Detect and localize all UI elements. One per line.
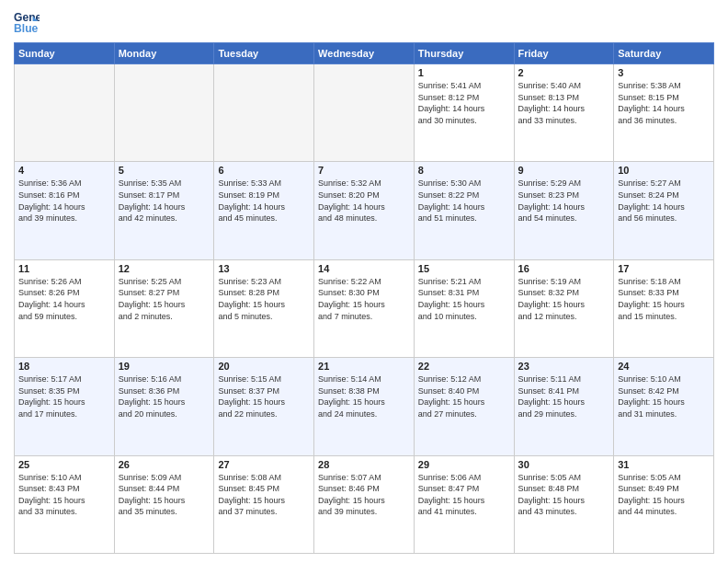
calendar-cell: 17Sunrise: 5:18 AMSunset: 8:33 PMDayligh… [614, 259, 714, 357]
day-info: Sunrise: 5:10 AMSunset: 8:43 PMDaylight:… [18, 472, 110, 518]
day-number: 30 [518, 459, 610, 470]
calendar-cell: 9Sunrise: 5:29 AMSunset: 8:23 PMDaylight… [514, 162, 614, 259]
day-info: Sunrise: 5:05 AMSunset: 8:48 PMDaylight:… [518, 472, 610, 518]
day-info: Sunrise: 5:21 AMSunset: 8:31 PMDaylight:… [418, 276, 510, 322]
calendar-cell: 10Sunrise: 5:27 AMSunset: 8:24 PMDayligh… [614, 162, 714, 259]
day-number: 23 [518, 361, 610, 372]
calendar-cell: 22Sunrise: 5:12 AMSunset: 8:40 PMDayligh… [414, 358, 514, 455]
day-number: 9 [518, 165, 610, 176]
day-info: Sunrise: 5:18 AMSunset: 8:33 PMDaylight:… [618, 276, 710, 322]
calendar-cell: 19Sunrise: 5:16 AMSunset: 8:36 PMDayligh… [114, 358, 214, 455]
day-info: Sunrise: 5:16 AMSunset: 8:36 PMDaylight:… [119, 373, 210, 419]
day-info: Sunrise: 5:25 AMSunset: 8:27 PMDaylight:… [119, 276, 210, 322]
calendar-cell: 21Sunrise: 5:14 AMSunset: 8:38 PMDayligh… [314, 358, 415, 455]
day-number: 4 [18, 165, 110, 176]
logo: General Blue [14, 9, 40, 35]
day-info: Sunrise: 5:29 AMSunset: 8:23 PMDaylight:… [518, 178, 610, 224]
calendar-cell: 6Sunrise: 5:33 AMSunset: 8:19 PMDaylight… [214, 162, 314, 259]
day-number: 5 [119, 165, 210, 176]
day-number: 20 [218, 361, 310, 372]
day-number: 25 [18, 459, 110, 470]
day-info: Sunrise: 5:08 AMSunset: 8:45 PMDaylight:… [218, 472, 310, 518]
day-number: 19 [119, 361, 210, 372]
day-number: 26 [119, 459, 210, 470]
calendar-cell: 23Sunrise: 5:11 AMSunset: 8:41 PMDayligh… [514, 358, 614, 455]
calendar-cell: 30Sunrise: 5:05 AMSunset: 8:48 PMDayligh… [514, 455, 614, 553]
day-info: Sunrise: 5:33 AMSunset: 8:19 PMDaylight:… [218, 178, 310, 224]
calendar-cell: 15Sunrise: 5:21 AMSunset: 8:31 PMDayligh… [414, 259, 514, 357]
calendar-cell: 12Sunrise: 5:25 AMSunset: 8:27 PMDayligh… [114, 259, 214, 357]
day-info: Sunrise: 5:05 AMSunset: 8:49 PMDaylight:… [618, 472, 710, 518]
day-number: 22 [418, 361, 510, 372]
calendar-cell: 27Sunrise: 5:08 AMSunset: 8:45 PMDayligh… [214, 455, 314, 553]
day-header: Friday [514, 43, 614, 64]
day-info: Sunrise: 5:07 AMSunset: 8:46 PMDaylight:… [318, 472, 410, 518]
calendar-cell: 31Sunrise: 5:05 AMSunset: 8:49 PMDayligh… [614, 455, 714, 553]
calendar-cell: 26Sunrise: 5:09 AMSunset: 8:44 PMDayligh… [114, 455, 214, 553]
day-number: 3 [618, 67, 710, 78]
calendar-cell: 24Sunrise: 5:10 AMSunset: 8:42 PMDayligh… [614, 358, 714, 455]
day-number: 1 [418, 67, 510, 78]
day-header: Thursday [414, 43, 514, 64]
day-number: 8 [418, 165, 510, 176]
day-info: Sunrise: 5:06 AMSunset: 8:47 PMDaylight:… [418, 472, 510, 518]
calendar-cell: 28Sunrise: 5:07 AMSunset: 8:46 PMDayligh… [314, 455, 415, 553]
day-info: Sunrise: 5:22 AMSunset: 8:30 PMDaylight:… [318, 276, 410, 322]
day-number: 17 [618, 263, 710, 274]
day-number: 31 [618, 459, 710, 470]
calendar-cell: 7Sunrise: 5:32 AMSunset: 8:20 PMDaylight… [314, 162, 415, 259]
calendar-cell: 8Sunrise: 5:30 AMSunset: 8:22 PMDaylight… [414, 162, 514, 259]
day-info: Sunrise: 5:26 AMSunset: 8:26 PMDaylight:… [18, 276, 110, 322]
day-number: 21 [318, 361, 410, 372]
calendar-cell: 16Sunrise: 5:19 AMSunset: 8:32 PMDayligh… [514, 259, 614, 357]
day-info: Sunrise: 5:10 AMSunset: 8:42 PMDaylight:… [618, 373, 710, 419]
day-number: 18 [18, 361, 110, 372]
calendar-cell: 29Sunrise: 5:06 AMSunset: 8:47 PMDayligh… [414, 455, 514, 553]
calendar-cell: 18Sunrise: 5:17 AMSunset: 8:35 PMDayligh… [15, 358, 115, 455]
calendar-cell: 4Sunrise: 5:36 AMSunset: 8:16 PMDaylight… [15, 162, 115, 259]
day-header: Monday [114, 43, 214, 64]
calendar-cell [15, 64, 115, 162]
calendar-cell: 11Sunrise: 5:26 AMSunset: 8:26 PMDayligh… [15, 259, 115, 357]
calendar-week-row: 11Sunrise: 5:26 AMSunset: 8:26 PMDayligh… [15, 259, 714, 357]
day-info: Sunrise: 5:23 AMSunset: 8:28 PMDaylight:… [218, 276, 310, 322]
day-info: Sunrise: 5:11 AMSunset: 8:41 PMDaylight:… [518, 373, 610, 419]
day-number: 7 [318, 165, 410, 176]
calendar-cell: 1Sunrise: 5:41 AMSunset: 8:12 PMDaylight… [414, 64, 514, 162]
day-number: 2 [518, 67, 610, 78]
calendar-cell: 5Sunrise: 5:35 AMSunset: 8:17 PMDaylight… [114, 162, 214, 259]
day-number: 15 [418, 263, 510, 274]
day-info: Sunrise: 5:35 AMSunset: 8:17 PMDaylight:… [119, 178, 210, 224]
day-number: 14 [318, 263, 410, 274]
day-header: Wednesday [314, 43, 415, 64]
day-info: Sunrise: 5:19 AMSunset: 8:32 PMDaylight:… [518, 276, 610, 322]
day-info: Sunrise: 5:09 AMSunset: 8:44 PMDaylight:… [119, 472, 210, 518]
svg-text:Blue: Blue [14, 22, 39, 35]
day-info: Sunrise: 5:32 AMSunset: 8:20 PMDaylight:… [318, 178, 410, 224]
day-header: Sunday [15, 43, 115, 64]
calendar: SundayMondayTuesdayWednesdayThursdayFrid… [14, 42, 714, 554]
calendar-header-row: SundayMondayTuesdayWednesdayThursdayFrid… [15, 43, 714, 64]
calendar-body: 1Sunrise: 5:41 AMSunset: 8:12 PMDaylight… [15, 64, 714, 554]
day-info: Sunrise: 5:41 AMSunset: 8:12 PMDaylight:… [418, 80, 510, 126]
calendar-cell [214, 64, 314, 162]
calendar-week-row: 4Sunrise: 5:36 AMSunset: 8:16 PMDaylight… [15, 162, 714, 259]
calendar-cell: 14Sunrise: 5:22 AMSunset: 8:30 PMDayligh… [314, 259, 415, 357]
day-info: Sunrise: 5:36 AMSunset: 8:16 PMDaylight:… [18, 178, 110, 224]
day-number: 27 [218, 459, 310, 470]
day-number: 13 [218, 263, 310, 274]
calendar-cell: 20Sunrise: 5:15 AMSunset: 8:37 PMDayligh… [214, 358, 314, 455]
day-info: Sunrise: 5:40 AMSunset: 8:13 PMDaylight:… [518, 80, 610, 126]
day-number: 12 [119, 263, 210, 274]
day-info: Sunrise: 5:17 AMSunset: 8:35 PMDaylight:… [18, 373, 110, 419]
day-info: Sunrise: 5:27 AMSunset: 8:24 PMDaylight:… [618, 178, 710, 224]
calendar-week-row: 25Sunrise: 5:10 AMSunset: 8:43 PMDayligh… [15, 455, 714, 553]
day-number: 24 [618, 361, 710, 372]
calendar-cell [114, 64, 214, 162]
day-info: Sunrise: 5:12 AMSunset: 8:40 PMDaylight:… [418, 373, 510, 419]
day-number: 11 [18, 263, 110, 274]
logo-icon: General Blue [14, 9, 40, 35]
calendar-cell: 13Sunrise: 5:23 AMSunset: 8:28 PMDayligh… [214, 259, 314, 357]
day-info: Sunrise: 5:30 AMSunset: 8:22 PMDaylight:… [418, 178, 510, 224]
calendar-cell: 2Sunrise: 5:40 AMSunset: 8:13 PMDaylight… [514, 64, 614, 162]
